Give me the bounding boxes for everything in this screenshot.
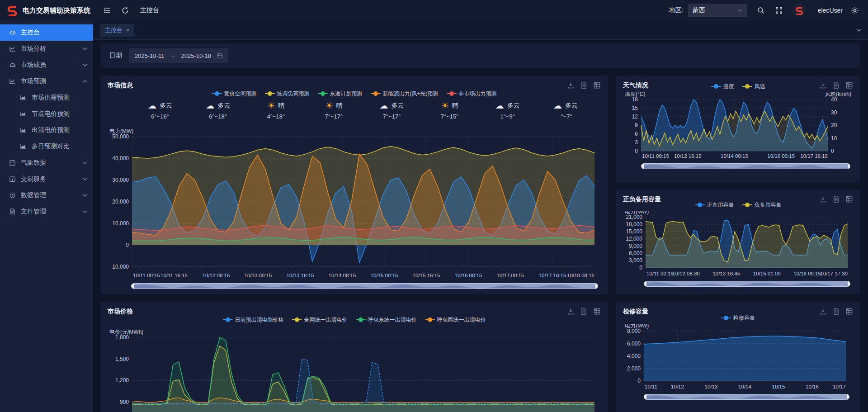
sidebar-item-market-analysis[interactable]: 市场分析 — [0, 41, 93, 57]
download-icon[interactable] — [819, 308, 827, 315]
sidebar-item-console[interactable]: 主控台 — [0, 24, 93, 41]
legend-marker — [742, 203, 752, 207]
end-date[interactable]: 2025-10-18 — [181, 52, 212, 59]
sidebar-collapse-icon[interactable] — [103, 6, 111, 14]
user-avatar[interactable] — [792, 3, 807, 18]
datazoom-slider-market-info[interactable] — [131, 283, 598, 289]
svg-text:12: 12 — [632, 114, 638, 120]
legend-item[interactable]: 呼包西统一出清电价 — [425, 316, 486, 324]
start-date[interactable]: 2025-10-11 — [135, 52, 165, 59]
download-icon[interactable] — [567, 81, 575, 89]
legend-item[interactable]: 东送计划预测 — [318, 90, 363, 98]
username[interactable]: elecUser — [812, 7, 843, 14]
datazoom-handle-right[interactable] — [847, 394, 849, 399]
export-excel-icon[interactable] — [845, 195, 853, 203]
sidebar-item-label: 市场分析 — [21, 45, 78, 53]
svg-text:10/12 16:15: 10/12 16:15 — [674, 153, 702, 159]
panel-weather: 天气情况 温度风速 181512963040302010010/11 00:15… — [616, 76, 860, 183]
export-file-icon[interactable] — [832, 195, 840, 203]
chart-weather[interactable]: 181512963040302010010/11 00:1510/12 16:1… — [623, 92, 853, 161]
gear-icon[interactable] — [851, 6, 859, 14]
datazoom-handle-right[interactable] — [595, 284, 598, 289]
export-excel-icon[interactable] — [845, 308, 853, 315]
export-file-icon[interactable] — [832, 81, 840, 89]
sidebar-item-market-members[interactable]: 市场成员 — [0, 57, 93, 73]
legend-marker — [356, 317, 366, 322]
svg-text:10/11 00:15: 10/11 00:15 — [133, 273, 160, 278]
legend-item[interactable]: 新能源出力(风+光)预测 — [371, 90, 439, 98]
sidebar-subitem-node-price-forecast[interactable]: 节点电价预测 — [0, 106, 93, 122]
datazoom-handle-left[interactable] — [642, 164, 644, 169]
datazoom-handle-left[interactable] — [644, 394, 646, 399]
sidebar-item-file-management[interactable]: 文件管理 — [0, 204, 93, 220]
export-file-icon[interactable] — [580, 81, 588, 89]
tabbar-chevron-down-icon[interactable] — [856, 28, 862, 33]
legend-item[interactable]: 非市场出力预测 — [447, 90, 497, 98]
datazoom-slider-weather[interactable] — [641, 163, 850, 169]
datazoom-handle-right[interactable] — [848, 281, 850, 286]
sidebar-item-market-forecast[interactable]: 市场预测 — [0, 73, 93, 90]
chart-market-info[interactable]: 50,00040,00030,00020,00010,0000-10,00010… — [108, 128, 601, 280]
chart-reserve[interactable]: 21,00018,00015,00012,0009,0006,0003,0000… — [623, 211, 853, 279]
export-excel-icon[interactable] — [593, 81, 601, 89]
sidebar-subitem-supply-demand-forecast[interactable]: 市场供需预测 — [0, 90, 93, 106]
legend-marker — [292, 317, 302, 322]
weather-temp-range: 4°~18° — [267, 113, 285, 120]
sidebar-item-label: 节点电价预测 — [32, 110, 88, 118]
download-icon[interactable] — [819, 81, 827, 89]
legend-item[interactable]: 呼包东统一出清电价 — [356, 316, 417, 324]
svg-text:10/16 09:15: 10/16 09:15 — [793, 271, 821, 276]
legend-label: 全网统一出清电价 — [304, 316, 348, 324]
search-icon[interactable] — [757, 6, 765, 14]
svg-text:10/17 17:30: 10/17 17:30 — [820, 271, 848, 276]
date-range-picker[interactable]: 2025-10-11 → 2025-10-18 — [129, 48, 228, 63]
fullscreen-icon[interactable] — [775, 6, 783, 14]
refresh-icon[interactable] — [121, 6, 129, 14]
legend-item[interactable]: 温度 — [711, 83, 734, 90]
datazoom-handle-left[interactable] — [644, 281, 646, 286]
panel-actions — [567, 81, 601, 89]
sidebar-item-label: 气象数据 — [21, 159, 78, 167]
export-file-icon[interactable] — [580, 308, 588, 315]
legend-item[interactable]: 日前预出清电能价格 — [223, 316, 284, 324]
sidebar-item-label: 多日预测对比 — [32, 142, 88, 151]
tab-close-icon[interactable]: × — [126, 27, 130, 33]
area-icon — [20, 110, 27, 118]
datazoom-slider-maintenance[interactable] — [644, 394, 849, 400]
sidebar-item-trading-services[interactable]: 交易服务 — [0, 171, 93, 187]
svg-text:10/13 16:45: 10/13 16:45 — [712, 271, 740, 276]
legend-item[interactable]: 正备用容量 — [695, 201, 734, 209]
legend-item[interactable]: 检修容量 — [721, 314, 755, 322]
weather-temp-range: 7°~17° — [325, 113, 343, 120]
download-icon[interactable] — [819, 195, 827, 203]
legend-item[interactable]: 竞价空间预测 — [212, 90, 257, 98]
datazoom-handle-left[interactable] — [132, 284, 134, 289]
chart-maintenance[interactable]: 8,0006,0004,0002,000010/1110/1210/1310/1… — [623, 324, 853, 392]
region-value: 蒙西 — [693, 6, 738, 14]
download-icon[interactable] — [567, 308, 575, 315]
export-file-icon[interactable] — [832, 308, 840, 315]
sidebar-subitem-multi-day-comparison[interactable]: 多日预测对比 — [0, 138, 93, 155]
legend-item[interactable]: 全网统一出清电价 — [292, 316, 348, 324]
chevron-down-icon — [82, 46, 88, 52]
panel-actions — [567, 308, 601, 315]
chart-market-price[interactable]: 1,8001,5001,2009006003000电价(元/MWh) — [108, 327, 601, 412]
datazoom-handle-right[interactable] — [848, 164, 850, 169]
svg-text:20,000: 20,000 — [112, 199, 129, 205]
legend-item[interactable]: 风速 — [742, 83, 765, 90]
export-excel-icon[interactable] — [845, 81, 853, 89]
sidebar-subitem-clearing-price-forecast[interactable]: 出清电价预测 — [0, 122, 93, 138]
legend-market-info: 竞价空间预测统调负荷预测东送计划预测新能源出力(风+光)预测非市场出力预测 — [108, 90, 601, 99]
datazoom-slider-reserve[interactable] — [644, 281, 850, 287]
weather-temp-range: 6°~16° — [151, 113, 169, 120]
sidebar-item-weather-data[interactable]: 气象数据 — [0, 155, 93, 171]
breadcrumb: 主控台 — [140, 6, 159, 14]
legend-item[interactable]: 负备用容量 — [742, 201, 782, 209]
region-select[interactable]: 蒙西 — [688, 4, 747, 17]
weather-forecast-item: ☁多云1°~9° — [479, 101, 537, 127]
tab-console[interactable]: 主控台 × — [100, 24, 134, 37]
legend-item[interactable]: 统调负荷预测 — [265, 90, 310, 98]
sidebar-item-data-management[interactable]: 数据管理 — [0, 187, 93, 204]
export-excel-icon[interactable] — [593, 308, 601, 315]
svg-text:10/17 16:15: 10/17 16:15 — [800, 153, 828, 159]
